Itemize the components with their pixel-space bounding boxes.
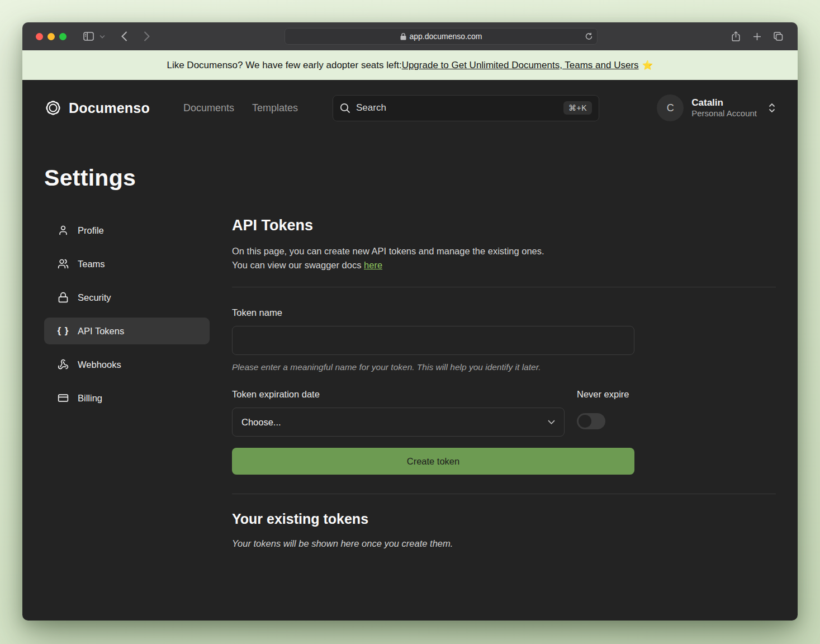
documenso-logo-icon [44,99,62,117]
expiration-label: Token expiration date [232,389,565,400]
sidebar-item-webhooks[interactable]: Webhooks [44,351,210,378]
forward-button[interactable] [138,29,155,44]
sidebar-item-label: Security [78,292,111,303]
brand[interactable]: Documenso [44,99,150,117]
user-account-type: Personal Account [691,108,757,119]
nav-templates[interactable]: Templates [252,102,298,114]
token-name-label: Token name [232,307,634,318]
never-expire-label: Never expire [577,389,634,400]
reload-icon[interactable] [585,32,593,40]
credit-card-icon [57,392,69,404]
share-icon[interactable] [727,29,744,44]
section-description-line1: On this page, you can create new API tok… [232,246,544,256]
chevron-down-icon [548,420,555,424]
sidebar-item-billing[interactable]: Billing [44,385,210,411]
never-expire-toggle[interactable] [577,413,605,429]
tab-overview-icon[interactable] [770,29,786,44]
braces-icon: { } [57,325,69,337]
minimize-window-button[interactable] [48,33,55,40]
sidebar-item-label: API Tokens [78,326,124,337]
settings-sidebar: Profile Teams [44,217,210,549]
page-title: Settings [44,165,776,191]
url-text: app.documenso.com [410,32,482,41]
toggle-knob [579,415,591,428]
upgrade-banner: Like Documenso? We have few early adopte… [22,50,798,80]
traffic-lights [36,33,67,40]
star-emoji: ⭐ [642,60,653,70]
sidebar-item-teams[interactable]: Teams [44,250,210,277]
swagger-docs-link[interactable]: here [364,260,382,270]
sidebar-item-security[interactable]: Security [44,284,210,311]
avatar: C [657,94,684,121]
existing-tokens-heading: Your existing tokens [232,511,776,527]
user-menu[interactable]: C Catalin Personal Account [657,94,776,121]
browser-window: app.documenso.com [22,22,798,621]
main-nav: Documents Templates [183,102,298,114]
search-shortcut-badge: ⌘+K [563,101,592,115]
chevrons-up-down-icon [768,103,776,113]
webhook-icon [57,359,69,370]
sidebar-toggle-icon[interactable] [80,29,97,44]
app-content: Documenso Documents Templates ⌘+K C [22,80,798,621]
section-description-line2: You can view our swagger docs [232,260,364,270]
close-window-button[interactable] [36,33,43,40]
sidebar-item-api-tokens[interactable]: { } API Tokens [44,318,210,344]
sidebar-item-label: Webhooks [78,359,121,370]
app-header: Documenso Documents Templates ⌘+K C [44,80,776,136]
sidebar-item-label: Billing [78,393,102,404]
user-icon [57,225,69,236]
search-box[interactable]: ⌘+K [333,95,599,121]
zoom-window-button[interactable] [59,33,67,40]
chevron-down-icon[interactable] [97,29,108,44]
section-heading: API Tokens [232,217,776,234]
create-token-button[interactable]: Create token [232,448,634,475]
expiration-selected-value: Choose... [241,417,281,428]
new-tab-icon[interactable] [748,29,765,44]
avatar-initial: C [667,102,674,114]
token-name-input[interactable] [232,326,634,355]
sidebar-item-label: Profile [78,225,104,236]
sidebar-item-label: Teams [78,259,105,269]
nav-documents[interactable]: Documents [183,102,234,114]
user-name: Catalin [691,97,757,108]
expiration-select[interactable]: Choose... [232,408,565,437]
upgrade-link[interactable]: Upgrade to Get Unlimited Documents, Team… [402,60,639,71]
banner-text: Like Documenso? We have few early adopte… [167,60,401,71]
ssl-lock-icon [400,33,406,40]
back-button[interactable] [116,29,132,44]
token-name-hint: Please enter a meaningful name for your … [232,362,634,372]
api-tokens-panel: API Tokens On this page, you can create … [232,217,776,549]
search-icon [340,103,350,113]
divider [232,287,776,287]
sidebar-item-profile[interactable]: Profile [44,217,210,244]
brand-name: Documenso [69,100,150,116]
existing-tokens-empty-text: Your tokens will be shown here once you … [232,538,776,549]
lock-icon [57,292,69,303]
browser-toolbar: app.documenso.com [22,22,798,50]
users-icon [57,258,69,269]
divider [232,494,776,494]
address-bar[interactable]: app.documenso.com [285,28,598,45]
search-input[interactable] [356,102,558,113]
